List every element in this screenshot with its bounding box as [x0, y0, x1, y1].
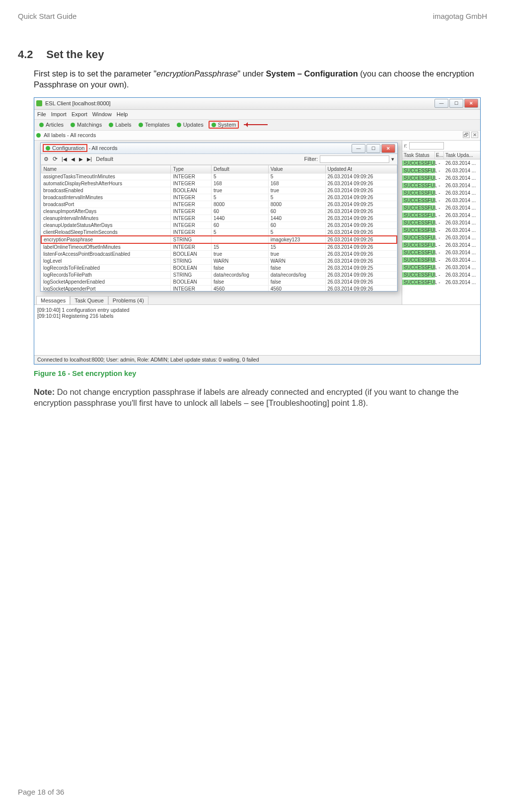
- tab-dot-icon: [36, 133, 41, 138]
- cell-val: true: [268, 250, 325, 257]
- side-row[interactable]: SUCCESSFUL-26.03.2014 ...: [402, 189, 480, 197]
- col-default[interactable]: Default: [212, 165, 269, 173]
- config-row[interactable]: cleanupImportAfterDaysINTEGER606026.03.2…: [41, 208, 397, 215]
- app-screenshot: ESL Client [localhost:8000] — ☐ ✕ FileIm…: [34, 97, 481, 365]
- side-row[interactable]: SUCCESSFUL-26.03.2014 ...: [402, 212, 480, 219]
- config-row[interactable]: logRecordsToFilePathSTRINGdata/records/l…: [41, 271, 397, 278]
- config-row[interactable]: assignedTasksTimeoutInMinutesINTEGER5526…: [41, 173, 397, 180]
- menu-file[interactable]: File: [37, 111, 46, 117]
- bottom-tab-task[interactable]: Task Queue: [70, 296, 108, 304]
- inner-filter-input[interactable]: [320, 155, 389, 163]
- col-type[interactable]: Type: [171, 165, 212, 173]
- side-row[interactable]: SUCCESSFUL-26.03.2014 ...: [402, 204, 480, 212]
- side-row[interactable]: SUCCESSFUL-26.03.2014 ...: [402, 182, 480, 189]
- col-name[interactable]: Name: [41, 165, 171, 173]
- gear-icon[interactable]: [44, 156, 49, 162]
- cell-type: STRING: [171, 271, 212, 278]
- side-row[interactable]: SUCCESSFUL-26.03.2014 ...: [402, 234, 480, 241]
- inner-minimize-button[interactable]: —: [352, 144, 365, 153]
- config-row[interactable]: clientReloadSleepTimeInSecondsINTEGER552…: [41, 228, 397, 236]
- grid-scroll[interactable]: NameTypeDefaultValueUpdated At assignedT…: [41, 165, 397, 291]
- config-row[interactable]: broadcastIntervalInMinutesINTEGER5526.03…: [41, 194, 397, 201]
- side-row[interactable]: SUCCESSFUL-26.03.2014 ...: [402, 167, 480, 174]
- close-button[interactable]: ✕: [464, 99, 478, 108]
- col-value[interactable]: Value: [268, 165, 325, 173]
- side-status: SUCCESSFUL: [402, 242, 435, 248]
- side-col-upd[interactable]: Task Upda...: [444, 151, 480, 159]
- inner-filter: Filter: ▾: [304, 155, 395, 163]
- nav-first-icon[interactable]: |◀: [62, 156, 67, 162]
- config-row[interactable]: logSocketAppenderPortINTEGER4560456026.0…: [41, 285, 397, 291]
- side-row[interactable]: SUCCESSFUL-26.03.2014 ...: [402, 256, 480, 264]
- col-updated-at[interactable]: Updated At: [325, 165, 397, 173]
- menu-export[interactable]: Export: [72, 111, 87, 117]
- side-filter-input[interactable]: [409, 142, 444, 149]
- config-row[interactable]: broadcastEnabledBOOLEANtruetrue26.03.201…: [41, 187, 397, 194]
- config-row[interactable]: labelOnlineTimeoutOffsetInMinutesINTEGER…: [41, 243, 397, 251]
- inner-title-rest: - All records: [88, 145, 117, 151]
- cell-name: logSocketAppenderEnabled: [41, 278, 171, 285]
- config-row[interactable]: logSocketAppenderEnabledBOOLEANfalsefals…: [41, 278, 397, 285]
- cell-type: INTEGER: [171, 180, 212, 187]
- side-row[interactable]: SUCCESSFUL-26.03.2014 ...: [402, 241, 480, 249]
- side-row[interactable]: SUCCESSFUL-26.03.2014 ...: [402, 279, 480, 286]
- side-row[interactable]: SUCCESSFUL-26.03.2014 ...: [402, 271, 480, 279]
- config-row[interactable]: listenForAccessPointBroadcastEnabledBOOL…: [41, 250, 397, 257]
- menu-help[interactable]: Help: [117, 111, 128, 117]
- side-col-e[interactable]: E...: [435, 151, 444, 159]
- side-row[interactable]: SUCCESSFUL-26.03.2014 ...: [402, 264, 480, 271]
- cell-upd: 26.03.2014 09:09:26: [325, 180, 397, 187]
- side-row[interactable]: SUCCESSFUL-26.03.2014 ...: [402, 226, 480, 234]
- config-row[interactable]: encryptionPassphraseSTRINGimagokey12326.…: [41, 236, 397, 243]
- side-e: -: [435, 198, 444, 203]
- bottom-tab-problems[interactable]: Problems (4): [108, 296, 148, 304]
- side-row[interactable]: SUCCESSFUL-26.03.2014 ...: [402, 249, 480, 256]
- refresh-icon[interactable]: [53, 155, 58, 162]
- config-row[interactable]: logRecordsToFileEnabledBOOLEANfalsefalse…: [41, 264, 397, 271]
- toolbar-articles[interactable]: Articles: [37, 121, 66, 128]
- menu-import[interactable]: Import: [51, 111, 67, 117]
- config-row[interactable]: logLevelSTRINGWARNWARN26.03.2014 09:09:2…: [41, 257, 397, 264]
- side-e: -: [435, 213, 444, 218]
- configuration-window: Configuration - All records — ☐ ✕ |◀ ◀ ▶…: [40, 143, 398, 292]
- filter-dropdown-icon[interactable]: ▾: [391, 156, 394, 162]
- config-row[interactable]: cleanupUpdateStatusAfterDaysINTEGER60602…: [41, 221, 397, 228]
- inner-close-button[interactable]: ✕: [381, 144, 395, 153]
- maximize-button[interactable]: ☐: [449, 99, 463, 108]
- cell-upd: 26.03.2014 09:09:26: [325, 250, 397, 257]
- close-tab-icon[interactable]: ✕: [471, 132, 478, 138]
- config-row[interactable]: automaticDisplayRefreshAfterHoursINTEGER…: [41, 180, 397, 187]
- side-e: -: [435, 257, 444, 263]
- side-row[interactable]: SUCCESSFUL-26.03.2014 ...: [402, 174, 480, 182]
- inner-maximize-button[interactable]: ☐: [366, 144, 380, 153]
- config-row[interactable]: broadcastPortINTEGER8000800026.03.2014 0…: [41, 201, 397, 208]
- config-row[interactable]: cleanupIntervalInMinutesINTEGER144014402…: [41, 215, 397, 221]
- toolbar-matchings[interactable]: Matchings: [69, 121, 104, 128]
- side-date: 26.03.2014 ...: [444, 272, 480, 278]
- side-status: SUCCESSFUL: [402, 250, 435, 255]
- side-col-status[interactable]: Task Status: [402, 151, 435, 159]
- bottom-tab-messages[interactable]: Messages: [36, 296, 70, 304]
- toolbar-system[interactable]: System: [209, 121, 239, 129]
- menu-window[interactable]: Window: [92, 111, 112, 117]
- side-e: -: [435, 183, 444, 188]
- nav-last-icon[interactable]: ▶|: [87, 156, 92, 162]
- side-row[interactable]: SUCCESSFUL-26.03.2014 ...: [402, 197, 480, 204]
- side-row[interactable]: SUCCESSFUL-26.03.2014 ...: [402, 219, 480, 226]
- log-area[interactable]: [09:10:40] 1 configuration entry updated…: [34, 304, 480, 355]
- cell-upd: 26.03.2014 09:09:26: [325, 236, 397, 243]
- window-title: ESL Client [localhost:8000]: [45, 100, 111, 106]
- toolbar-labels[interactable]: Labels: [107, 121, 133, 128]
- cell-val: true: [268, 187, 325, 194]
- toolbar-updates[interactable]: Updates: [175, 121, 206, 128]
- toolbar-templates[interactable]: Templates: [137, 121, 172, 128]
- nav-next-icon[interactable]: ▶: [79, 156, 83, 162]
- restore-icon[interactable]: 🗗: [463, 132, 470, 138]
- nav-prev-icon[interactable]: ◀: [71, 156, 75, 162]
- cell-val: 168: [268, 180, 325, 187]
- minimize-button[interactable]: —: [434, 99, 448, 108]
- outer-tab-label[interactable]: All labels - All records: [44, 132, 96, 138]
- figure-caption: Figure 16 - Set encryption key: [34, 369, 487, 377]
- side-row[interactable]: SUCCESSFUL-26.03.2014 ...: [402, 159, 480, 167]
- note-label: Note:: [34, 387, 55, 396]
